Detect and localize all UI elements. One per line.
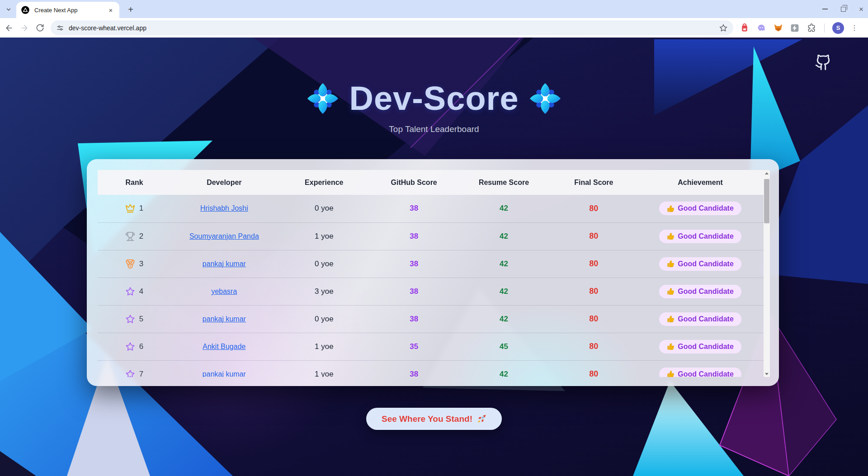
thumbs-up-icon (667, 205, 675, 212)
bookmark-star-icon[interactable] (719, 24, 728, 33)
achievement-label: Good Candidate (678, 287, 734, 296)
developer-link[interactable]: yebasra (211, 287, 237, 295)
scrollbar-down-arrow[interactable] (764, 371, 770, 377)
developer-link[interactable]: Hrishabh Joshi (200, 204, 248, 212)
url-bar[interactable]: dev-score-wheat.vercel.app (51, 20, 733, 35)
table-header-row: RankDeveloperExperienceGitHub ScoreResum… (98, 170, 764, 195)
achievement-label: Good Candidate (678, 260, 734, 268)
achievement-badge: Good Candidate (659, 285, 741, 298)
blue-diamond-flower-icon (530, 83, 561, 114)
page-subtitle: Top Talent Leaderboard (0, 124, 868, 134)
github-link[interactable] (815, 54, 832, 71)
experience-value: 1 yoe (315, 232, 334, 240)
browser-tab-strip: Create Next App × + × (0, 0, 868, 18)
leaderboard-scroll-region[interactable]: RankDeveloperExperienceGitHub ScoreResum… (98, 170, 764, 377)
achievement-badge: Good Candidate (659, 257, 741, 271)
achievement-label: Good Candidate (678, 204, 734, 212)
extensions-puzzle-icon[interactable] (807, 23, 816, 33)
table-row: 1Hrishabh Joshi0 yoe384280Good Candidate (98, 195, 764, 222)
resume-score-value: 42 (500, 259, 508, 268)
see-where-you-stand-button[interactable]: See Where You Stand! (366, 408, 502, 430)
table-row: 3pankaj kumar0 yoe384280Good Candidate (98, 250, 764, 278)
resume-score-value: 42 (500, 315, 508, 323)
browser-toolbar: dev-score-wheat.vercel.app S ⋮ (0, 18, 868, 38)
thumbs-up-icon (667, 260, 675, 268)
developer-link[interactable]: pankaj kumar (203, 370, 246, 377)
developer-link[interactable]: pankaj kumar (203, 315, 246, 323)
back-button[interactable] (3, 22, 15, 34)
github-score-value: 38 (410, 232, 418, 240)
column-header: Developer (171, 170, 278, 195)
column-header: Rank (98, 170, 171, 195)
window-minimize-button[interactable] (822, 6, 828, 12)
leaderboard-card: RankDeveloperExperienceGitHub ScoreResum… (87, 159, 779, 386)
final-score-value: 80 (589, 342, 598, 351)
column-header: Experience (278, 170, 371, 195)
reload-button[interactable] (33, 22, 46, 34)
rank-number: 5 (139, 315, 143, 324)
rank-number: 4 (139, 287, 143, 296)
final-score-value: 80 (589, 287, 598, 296)
column-header: Final Score (551, 170, 637, 195)
fox-extension-icon[interactable] (773, 23, 783, 33)
bolt-extension-icon[interactable] (790, 23, 800, 33)
medal-icon (125, 259, 135, 269)
window-restore-button[interactable] (840, 6, 846, 12)
experience-value: 1 yoe (315, 370, 334, 377)
table-row: 7pankaj kumar1 yoe384280Good Candidate (98, 360, 764, 377)
profile-avatar[interactable]: S (832, 22, 844, 34)
window-controls: × (822, 0, 864, 18)
rank-number: 1 (139, 204, 143, 213)
backpack-extension-icon[interactable] (740, 23, 750, 33)
new-tab-button[interactable]: + (126, 5, 136, 14)
forward-button[interactable] (18, 22, 31, 34)
cta-label: See Where You Stand! (382, 414, 472, 424)
forward-arrow-icon (20, 24, 29, 33)
table-row: 4yebasra3 yoe384280Good Candidate (98, 278, 764, 305)
site-settings-icon[interactable] (56, 24, 64, 32)
achievement-label: Good Candidate (678, 315, 734, 323)
achievement-label: Good Candidate (678, 232, 734, 240)
table-row: 6Ankit Bugade1 yoe354580Good Candidate (98, 333, 764, 360)
thumbs-up-icon (667, 370, 675, 377)
achievement-label: Good Candidate (678, 343, 734, 351)
tab-title: Create Next App (34, 7, 107, 14)
rank-number: 7 (139, 370, 143, 377)
reload-icon (36, 24, 44, 32)
extensions-area: S ⋮ (740, 22, 858, 34)
tab-close-button[interactable]: × (107, 6, 115, 14)
thumbs-up-icon (667, 287, 675, 295)
achievement-label: Good Candidate (678, 370, 734, 377)
crown-icon (125, 203, 135, 213)
tab-search-button[interactable] (3, 4, 14, 15)
page-viewport: Dev-Score Top Talent Leaderboard RankDev… (0, 38, 868, 476)
browser-menu-button[interactable]: ⋮ (851, 24, 858, 32)
scrollbar-up-arrow[interactable] (764, 170, 770, 176)
back-arrow-icon (5, 24, 14, 33)
trophy-icon (125, 231, 135, 241)
achievement-badge: Good Candidate (659, 312, 741, 326)
column-header: Resume Score (457, 170, 550, 195)
toolbar-divider (824, 24, 825, 33)
developer-link[interactable]: Soumyaranjan Panda (189, 232, 259, 240)
rank-number: 2 (139, 232, 143, 241)
rocket-icon (477, 414, 486, 424)
ghost-extension-icon[interactable] (756, 23, 766, 33)
star-icon (125, 342, 135, 352)
nextjs-icon (21, 5, 30, 14)
star-icon (125, 369, 135, 377)
column-header: GitHub Score (371, 170, 457, 195)
window-close-button[interactable]: × (858, 6, 864, 12)
developer-link[interactable]: Ankit Bugade (203, 343, 245, 350)
thumbs-up-icon (667, 315, 675, 323)
thumbs-up-icon (667, 343, 675, 350)
browser-tab[interactable]: Create Next App × (16, 2, 119, 18)
github-score-value: 38 (410, 370, 418, 377)
scrollbar-thumb[interactable] (764, 179, 769, 223)
developer-link[interactable]: pankaj kumar (203, 260, 246, 268)
final-score-value: 80 (589, 369, 598, 377)
final-score-value: 80 (589, 259, 598, 268)
achievement-badge: Good Candidate (659, 202, 741, 215)
final-score-value: 80 (589, 204, 598, 213)
table-scrollbar[interactable] (764, 170, 770, 377)
